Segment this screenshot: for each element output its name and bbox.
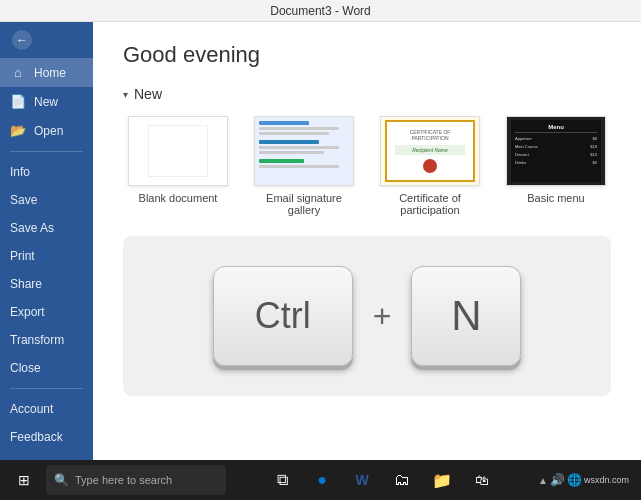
keyboard-shortcut-area: Ctrl + N (123, 236, 611, 396)
sidebar-item-new[interactable]: 📄 New (0, 87, 93, 116)
sidebar-item-print[interactable]: Print (0, 242, 93, 270)
menu-line-1: Appetizer $8 (515, 136, 597, 141)
sidebar-export-label: Export (10, 305, 45, 319)
sidebar-transform-label: Transform (10, 333, 64, 347)
taskbar-task-view[interactable]: ⧉ (264, 461, 300, 499)
sidebar-item-account[interactable]: Account (0, 395, 93, 423)
speaker-icon: 🔊 (550, 473, 565, 487)
sidebar-item-info[interactable]: Info (0, 158, 93, 186)
plus-sign: + (373, 298, 392, 335)
menu-preview-title: Menu (515, 124, 597, 133)
back-arrow-icon: ← (12, 30, 32, 50)
sidebar-item-save[interactable]: Save (0, 186, 93, 214)
menu-line-4: Drinks $6 (515, 160, 597, 165)
sidebar-open-label: Open (34, 124, 63, 138)
template-thumb-certificate: CERTIFICATE OF PARTICIPATION Recipient N… (380, 116, 480, 186)
sidebar-item-save-as[interactable]: Save As (0, 214, 93, 242)
start-button[interactable]: ⊞ (4, 461, 44, 499)
taskbar-edge-icon[interactable]: ● (304, 461, 340, 499)
template-thumb-blank (128, 116, 228, 186)
search-icon: 🔍 (54, 473, 69, 487)
menu-line-3: Dessert $10 (515, 152, 597, 157)
template-blank[interactable]: Blank document (123, 116, 233, 216)
template-basic-menu[interactable]: Menu Appetizer $8 Main Course $18 Desser… (501, 116, 611, 216)
section-title-new: New (134, 86, 162, 102)
templates-row: Blank document (123, 116, 611, 216)
taskbar-word-icon[interactable]: W (344, 461, 380, 499)
taskbar: ⊞ 🔍 Type here to search ⧉ ● W 🗂 📁 🛍 ▲ 🔊 … (0, 460, 641, 500)
app-container: Document3 - Word ← ⌂ Home 📄 New 📂 Open (0, 0, 641, 500)
sidebar-item-transform[interactable]: Transform (0, 326, 93, 354)
title-bar-text: Document3 - Word (270, 4, 370, 18)
certificate-preview: CERTIFICATE OF PARTICIPATION Recipient N… (385, 120, 475, 182)
taskbar-time-text: wsxdn.com (584, 475, 629, 485)
template-thumb-menu: Menu Appetizer $8 Main Course $18 Desser… (506, 116, 606, 186)
ctrl-key: Ctrl (213, 266, 353, 366)
cert-badge-icon (423, 159, 437, 173)
sidebar-share-label: Share (10, 277, 42, 291)
main-area: ← ⌂ Home 📄 New 📂 Open Info Save (0, 22, 641, 460)
sidebar-print-label: Print (10, 249, 35, 263)
taskbar-search-box[interactable]: 🔍 Type here to search (46, 465, 226, 495)
cert-recipient-name: Recipient Name (399, 147, 461, 153)
greeting-text: Good evening (123, 42, 611, 68)
cert-preview-title: CERTIFICATE OF PARTICIPATION (391, 129, 469, 141)
content-area: Good evening ▾ New Blank document (93, 22, 641, 460)
section-header-new[interactable]: ▾ New (123, 86, 611, 102)
template-email-sig[interactable]: Email signature gallery (249, 116, 359, 216)
template-blank-label: Blank document (139, 192, 218, 204)
sidebar-item-home[interactable]: ⌂ Home (0, 58, 93, 87)
sidebar-home-label: Home (34, 66, 66, 80)
back-button[interactable]: ← (0, 22, 93, 58)
sidebar-account-label: Account (10, 402, 53, 416)
sidebar-feedback-label: Feedback (10, 430, 63, 444)
search-placeholder-text: Type here to search (75, 474, 172, 486)
chevron-down-icon: ▾ (123, 89, 128, 100)
sidebar-divider-2 (10, 388, 83, 389)
taskbar-time-display[interactable]: wsxdn.com (584, 475, 629, 485)
taskbar-center: ⧉ ● W 🗂 📁 🛍 (228, 461, 536, 499)
template-certificate[interactable]: CERTIFICATE OF PARTICIPATION Recipient N… (375, 116, 485, 216)
sidebar-divider-1 (10, 151, 83, 152)
sidebar-item-export[interactable]: Export (0, 298, 93, 326)
template-thumb-email (254, 116, 354, 186)
sidebar-new-label: New (34, 95, 58, 109)
title-bar: Document3 - Word (0, 0, 641, 22)
menu-preview: Menu Appetizer $8 Main Course $18 Desser… (511, 120, 601, 182)
sidebar-item-open[interactable]: 📂 Open (0, 116, 93, 145)
sidebar-saveas-label: Save As (10, 221, 54, 235)
sidebar-item-options[interactable]: Options (0, 451, 93, 460)
menu-line-2: Main Course $18 (515, 144, 597, 149)
taskbar-store-icon[interactable]: 🛍 (464, 461, 500, 499)
n-key: N (411, 266, 521, 366)
sidebar-save-label: Save (10, 193, 37, 207)
taskbar-system-tray: ▲ (538, 475, 548, 486)
sidebar-item-feedback[interactable]: Feedback (0, 423, 93, 451)
taskbar-explorer-icon[interactable]: 📁 (424, 461, 460, 499)
network-icon: 🌐 (567, 473, 582, 487)
sidebar-close-label: Close (10, 361, 41, 375)
sidebar-item-close[interactable]: Close (0, 354, 93, 382)
home-icon: ⌂ (10, 65, 26, 80)
open-folder-icon: 📂 (10, 123, 26, 138)
new-document-icon: 📄 (10, 94, 26, 109)
template-email-label: Email signature gallery (249, 192, 359, 216)
template-certificate-label: Certificate of participation (375, 192, 485, 216)
cert-name-area: Recipient Name (395, 145, 465, 155)
sidebar-item-share[interactable]: Share (0, 270, 93, 298)
taskbar-right: ▲ 🔊 🌐 wsxdn.com (538, 473, 637, 487)
sidebar-info-label: Info (10, 165, 30, 179)
template-menu-label: Basic menu (527, 192, 584, 204)
taskbar-files-icon[interactable]: 🗂 (384, 461, 420, 499)
sidebar: ← ⌂ Home 📄 New 📂 Open Info Save (0, 22, 93, 460)
sidebar-bottom: Account Feedback Options (0, 382, 93, 460)
